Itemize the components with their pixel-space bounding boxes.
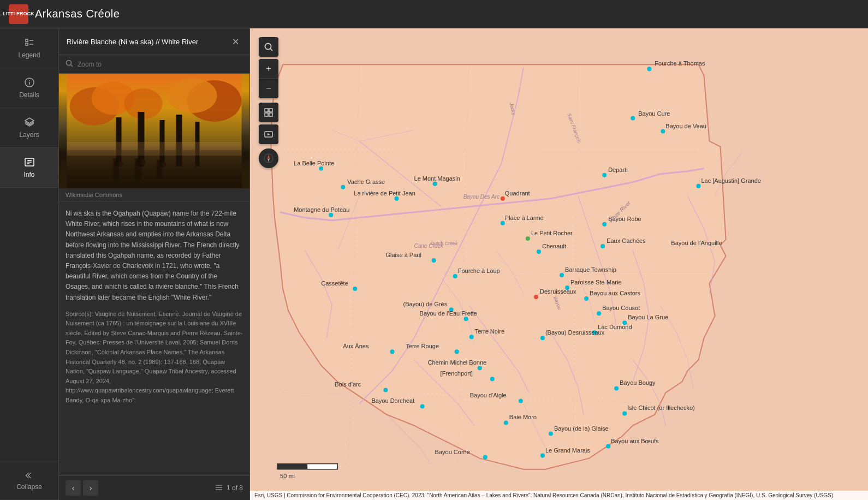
logo-line1: LITTLE [3,11,20,17]
page-indicator: 1 of 8 [215,483,243,493]
basemap-button[interactable] [259,103,278,122]
svg-point-70 [490,377,495,381]
svg-rect-140 [265,113,268,116]
sidebar-item-info[interactable]: Info [0,148,58,188]
svg-point-74 [614,386,619,390]
svg-line-13 [71,65,73,67]
svg-text:Glaise à Paul: Glaise à Paul [385,252,421,258]
svg-text:Dutch Creek: Dutch Creek [431,241,459,246]
svg-text:La Belle Pointe: La Belle Pointe [294,160,334,166]
svg-point-48 [501,221,505,225]
sidebar-info-label: Info [23,171,34,178]
svg-text:Bayou aux Bœufs: Bayou aux Bœufs [611,438,659,444]
svg-text:Barraque Township: Barraque Township [565,266,616,273]
svg-text:[Frenchport]: [Frenchport] [441,370,473,377]
feature-sources: Source(s): Vaugine de Nuisement, Etienne… [59,309,249,412]
svg-rect-134 [277,464,307,469]
svg-point-136 [265,44,271,50]
image-caption: Wikimedia Commons [59,188,249,202]
next-button[interactable]: › [83,480,98,496]
zoom-out-button[interactable]: − [259,79,278,98]
svg-text:Le Mont Magasin: Le Mont Magasin [414,175,460,182]
sidebar-item-legend[interactable]: Legend [0,28,58,68]
sidebar-item-layers[interactable]: Layers [0,108,58,148]
svg-point-37 [647,67,651,71]
feature-image [59,74,249,188]
svg-text:Isle Chicot (or Illechecko): Isle Chicot (or Illechecko) [627,404,695,411]
map-container[interactable]: Fourche à Thomas Bayou Cure Bayou de Vea… [250,28,868,500]
svg-text:Bayou de l'Anguille: Bayou de l'Anguille [671,240,722,246]
svg-point-27 [136,159,146,165]
info-panel-header: Rivière Blanche (Ni wa ska) // White Riv… [59,28,249,55]
svg-point-56 [453,274,457,278]
zoom-to-input[interactable] [78,61,243,68]
svg-text:La rivière de Petit Jean: La rivière de Petit Jean [354,190,415,197]
compass-button[interactable] [259,148,278,168]
svg-point-66 [540,336,545,340]
svg-text:Desruisseaux: Desruisseaux [540,288,576,295]
svg-rect-0 [26,39,28,41]
map-search-button[interactable] [259,37,278,57]
svg-rect-141 [269,113,272,116]
svg-point-45 [501,197,505,201]
zoom-in-button[interactable]: + [259,59,278,79]
svg-line-137 [270,49,272,51]
collapse-icon [25,471,34,480]
svg-rect-32 [157,160,162,179]
svg-text:Cassetête: Cassetête [321,280,348,287]
page-number: 1 of 8 [227,484,243,492]
svg-point-43 [602,173,607,177]
close-button[interactable]: ✕ [229,35,242,48]
info-panel-footer: ‹ › 1 of 8 [59,475,249,500]
svg-rect-31 [135,158,142,180]
svg-rect-29 [67,142,242,156]
svg-text:Paroisse Ste-Marie: Paroisse Ste-Marie [570,279,622,285]
svg-text:Bayou La Grue: Bayou La Grue [628,314,668,320]
info-panel-body: Wikimedia Commons Ni wa ska is the Ogahp… [59,74,249,475]
main-content: Legend Details Layers [0,28,868,500]
svg-point-58 [534,295,538,299]
svg-point-76 [504,421,508,425]
svg-point-12 [67,61,72,66]
svg-point-49 [602,222,607,227]
svg-point-40 [319,166,323,171]
svg-point-78 [540,454,545,458]
media-button[interactable] [259,124,278,144]
svg-text:Terre Rouge: Terre Rouge [406,343,439,349]
svg-text:Fourche à Loup: Fourche à Loup [458,267,500,274]
logo-line2: ROCK [20,11,34,17]
svg-point-80 [606,444,610,449]
svg-point-68 [455,349,459,354]
svg-point-42 [433,182,437,186]
collapse-button[interactable]: Collapse [0,462,58,500]
svg-point-50 [526,236,530,241]
svg-point-75 [622,411,627,415]
sidebar-item-details[interactable]: Details [0,68,58,108]
svg-rect-22 [138,112,145,166]
legend-icon [24,37,35,48]
svg-point-41 [341,185,345,189]
svg-text:Bayou Dorcheat: Bayou Dorcheat [371,397,414,404]
svg-text:Bayou (de la) Glaise: Bayou (de la) Glaise [554,425,609,432]
svg-rect-2 [26,43,28,45]
svg-point-38 [631,116,635,121]
svg-text:Bayou d'Aigle: Bayou d'Aigle [470,392,507,398]
svg-marker-143 [267,133,270,135]
svg-point-39 [661,129,665,134]
svg-point-20 [168,78,217,113]
prev-button[interactable]: ‹ [66,480,81,496]
list-icon [215,483,223,493]
layers-icon [24,117,35,128]
svg-text:Terre Noire: Terre Noire [475,328,504,335]
svg-point-65 [469,335,474,339]
svg-point-72 [420,404,425,408]
svg-point-26 [115,161,123,166]
nav-arrows: ‹ › [66,480,98,496]
svg-point-61 [464,317,468,321]
svg-point-79 [483,455,487,460]
svg-rect-138 [265,109,268,112]
svg-text:Bayou Cure: Bayou Cure [638,110,670,117]
info-panel: Rivière Blanche (Ni wa ska) // White Riv… [59,28,250,500]
svg-rect-15 [67,150,242,188]
svg-point-69 [478,366,482,370]
